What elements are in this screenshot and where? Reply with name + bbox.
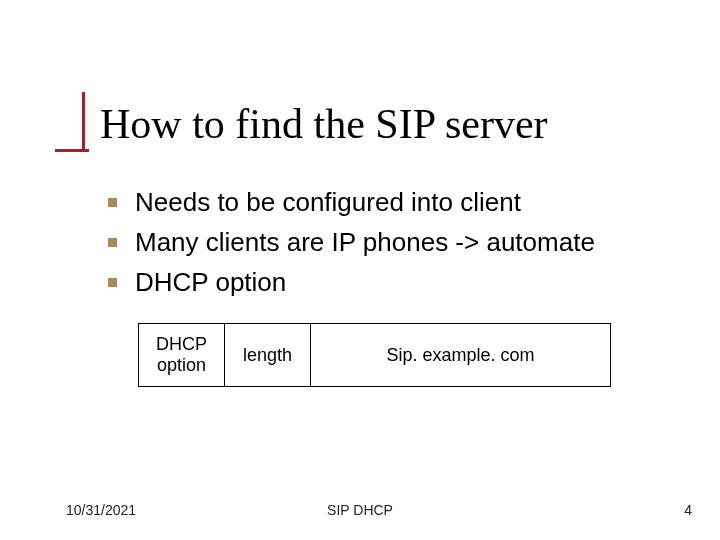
slide-title: How to find the SIP server (100, 100, 548, 148)
bullet-icon (108, 198, 117, 207)
footer-center: SIP DHCP (0, 502, 720, 518)
bullet-item: Needs to be configured into client (108, 186, 688, 220)
bullet-item: Many clients are IP phones -> automate (108, 226, 688, 260)
bullet-icon (108, 238, 117, 247)
bullet-text: DHCP option (135, 266, 286, 300)
dhcp-option-table: DHCP option length Sip. example. com (138, 323, 611, 387)
table-cell: DHCP option (139, 324, 225, 387)
bullet-text: Many clients are IP phones -> automate (135, 226, 595, 260)
table-cell: length (225, 324, 311, 387)
bullet-icon (108, 278, 117, 287)
bullet-text: Needs to be configured into client (135, 186, 521, 220)
body-area: Needs to be configured into client Many … (108, 186, 688, 305)
footer: 10/31/2021 SIP DHCP 4 (0, 502, 720, 518)
table-cell: Sip. example. com (311, 324, 611, 387)
bullet-item: DHCP option (108, 266, 688, 300)
slide: How to find the SIP server Needs to be c… (0, 0, 720, 540)
title-area: How to find the SIP server (60, 100, 548, 148)
